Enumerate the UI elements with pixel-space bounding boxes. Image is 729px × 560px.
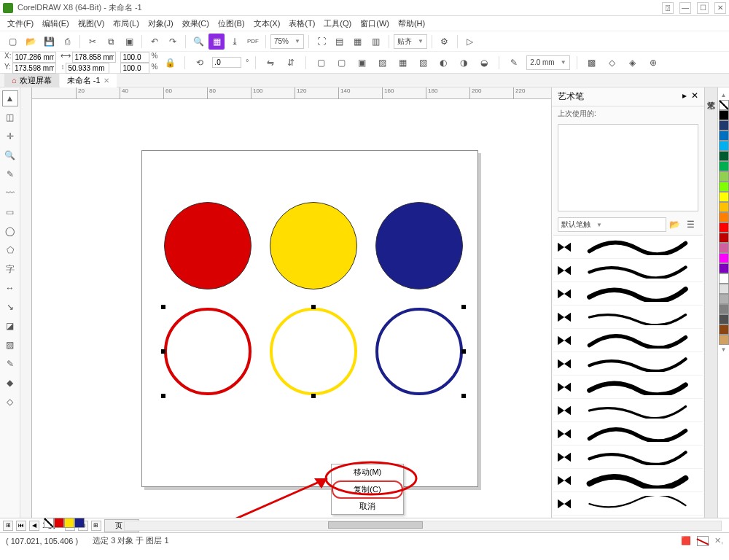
transparency-tool[interactable]: ▨	[2, 337, 18, 353]
shape-tool[interactable]: ◫	[2, 109, 18, 125]
brush-item[interactable]	[553, 376, 703, 399]
guides-icon[interactable]: ▥	[368, 34, 384, 50]
brush-item[interactable]	[553, 492, 703, 516]
redo-button[interactable]: ↷	[165, 34, 181, 50]
breakapart-icon[interactable]: ▧	[415, 55, 431, 71]
palette-swatch[interactable]	[719, 233, 729, 243]
copy-button[interactable]: ⧉	[103, 34, 119, 50]
palette-swatch[interactable]	[719, 212, 729, 222]
grid-icon[interactable]: ▦	[350, 34, 366, 50]
brush-item[interactable]	[553, 236, 703, 259]
order-front-icon[interactable]: ▢	[313, 55, 329, 71]
dropshadow-tool[interactable]: ◪	[2, 318, 18, 334]
circle-red-filled[interactable]	[164, 202, 252, 289]
palette-swatch[interactable]	[719, 263, 729, 273]
menu-edit[interactable]: 编辑(E)	[39, 17, 72, 31]
palette-swatch[interactable]	[719, 324, 729, 335]
selection-handle[interactable]	[161, 349, 165, 354]
menu-view[interactable]: 视图(V)	[75, 17, 108, 31]
scale-x-input[interactable]	[120, 52, 149, 63]
scale-y-input[interactable]	[120, 63, 149, 74]
palette-swatch[interactable]	[719, 284, 729, 294]
palette-swatch[interactable]	[719, 171, 729, 182]
launch-icon[interactable]: ▷	[462, 34, 478, 50]
selection-handle[interactable]	[461, 349, 466, 354]
brush-item[interactable]	[553, 306, 703, 329]
freehand-tool[interactable]: ✎	[2, 166, 18, 182]
height-input[interactable]	[66, 63, 109, 74]
maximize-button[interactable]: ☐	[697, 2, 709, 14]
vertical-ruler[interactable]	[20, 88, 32, 518]
doc-swatch-blue[interactable]	[74, 518, 85, 528]
menu-window[interactable]: 窗口(W)	[357, 17, 392, 31]
palette-swatch[interactable]	[719, 243, 729, 253]
selection-handle[interactable]	[311, 394, 316, 398]
snap-combo[interactable]: 贴齐▼	[394, 34, 427, 49]
palette-swatch[interactable]	[719, 202, 729, 212]
outline-indicator[interactable]: ✕,	[714, 536, 723, 545]
palette-swatch[interactable]	[719, 273, 729, 284]
ellipse-tool[interactable]: ◯	[2, 223, 18, 239]
palette-swatch[interactable]	[719, 192, 729, 202]
pick-tool[interactable]: ▲	[2, 90, 18, 106]
nav-add-page-icon[interactable]: ⊞	[3, 521, 13, 531]
artistic-tool[interactable]: 〰	[2, 185, 18, 201]
order-back-icon[interactable]: ▢	[333, 55, 349, 71]
selection-handle[interactable]	[161, 394, 165, 398]
list-view-icon[interactable]: ☰	[682, 217, 698, 233]
palette-swatch[interactable]	[719, 294, 729, 304]
open-button[interactable]: 📂	[23, 34, 39, 50]
nav-first-icon[interactable]: ⏮	[16, 521, 26, 531]
wrap-icon[interactable]: ▩	[584, 55, 600, 71]
rectangle-tool[interactable]: ▭	[2, 204, 18, 220]
selection-handle[interactable]	[461, 305, 466, 309]
import-button[interactable]: ▦	[208, 34, 225, 50]
circle-red-outline[interactable]	[164, 308, 252, 395]
close-tab-icon[interactable]: ✕	[104, 77, 109, 85]
canvas[interactable]: 移动(M) 复制(C) 取消	[32, 99, 551, 518]
palette-swatch[interactable]	[719, 141, 729, 151]
selection-handle[interactable]	[461, 394, 466, 398]
palette-swatch[interactable]	[719, 161, 729, 171]
circle-blue-outline[interactable]	[375, 308, 463, 395]
search-button[interactable]: 🔍	[190, 34, 206, 50]
zoom-combo[interactable]: 75%▼	[270, 34, 304, 49]
intersect-icon[interactable]: ◒	[476, 55, 492, 71]
weld-icon[interactable]: ◐	[435, 55, 451, 71]
options-icon[interactable]: ⚙	[437, 34, 453, 50]
export-button[interactable]: ⤓	[227, 34, 243, 50]
horizontal-scrollbar[interactable]	[124, 521, 722, 531]
palette-swatch[interactable]	[719, 253, 729, 263]
tab-welcome[interactable]: ⌂欢迎屏幕	[4, 74, 59, 88]
context-cancel[interactable]: 取消	[332, 499, 403, 514]
brush-list[interactable]	[553, 235, 703, 518]
brush-item[interactable]	[553, 399, 703, 422]
pdf-button[interactable]: PDF	[245, 34, 261, 50]
palette-swatch[interactable]	[719, 110, 729, 120]
dimension-tool[interactable]: ↔	[2, 280, 18, 296]
docker-side-tab[interactable]: 艺术笔	[704, 88, 717, 518]
fill-tool[interactable]: ◆	[2, 375, 18, 391]
mirror-v-icon[interactable]: ⇵	[283, 55, 299, 71]
outline-width-combo[interactable]: 2.0 mm▼	[526, 55, 569, 70]
palette-swatch[interactable]	[719, 131, 729, 141]
circle-yellow-filled[interactable]	[270, 202, 357, 289]
palette-swatch[interactable]	[719, 182, 729, 192]
trim-icon[interactable]: ◑	[456, 55, 472, 71]
menu-table[interactable]: 表格(T)	[286, 17, 318, 31]
save-button[interactable]: 💾	[41, 34, 57, 50]
context-move[interactable]: 移动(M)	[332, 464, 403, 481]
selection-handle[interactable]	[311, 305, 316, 309]
combine-icon[interactable]: ▦	[394, 55, 410, 71]
crop-tool[interactable]: ✛	[2, 128, 18, 144]
brush-item[interactable]	[553, 352, 703, 376]
paste-button[interactable]: ▣	[121, 34, 137, 50]
eyedropper-tool[interactable]: ✎	[2, 356, 18, 372]
group-icon[interactable]: ▣	[354, 55, 370, 71]
nav-prev-icon[interactable]: ◀	[29, 521, 39, 531]
open-folder-icon[interactable]: 📂	[666, 217, 682, 233]
polygon-tool[interactable]: ⬠	[2, 242, 18, 258]
brush-item[interactable]	[553, 422, 703, 446]
convert-icon[interactable]: ◇	[604, 55, 620, 71]
outline-tool[interactable]: ◇	[2, 394, 18, 410]
